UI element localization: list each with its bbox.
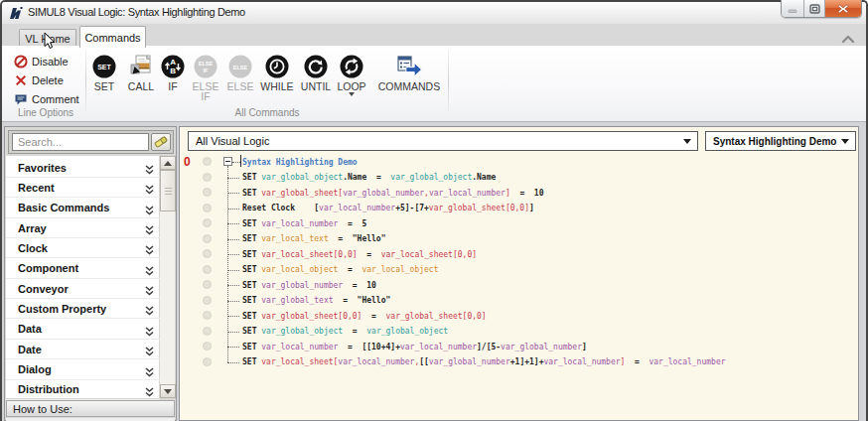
command-label: ELSE xyxy=(227,81,254,91)
gutter-dot[interactable] xyxy=(203,311,212,320)
code-token: SET xyxy=(242,327,261,336)
until-button[interactable]: UNTIL xyxy=(297,55,335,91)
restore-button[interactable] xyxy=(804,0,826,17)
close-button[interactable] xyxy=(825,0,861,17)
command-label: UNTIL xyxy=(301,81,331,91)
collapse-ribbon-button[interactable] xyxy=(840,32,856,45)
mouse-cursor xyxy=(44,32,56,51)
category-distribution[interactable]: Distribution xyxy=(6,380,160,400)
simul8-visual-logic-window: SIMUL8 Visual Logic: Syntax Highlighting… xyxy=(0,0,868,421)
disable-button[interactable]: Disable xyxy=(14,54,69,70)
comment-label: Comment xyxy=(32,93,79,105)
code-line-1[interactable]: SET var_global_object.Name = var_global_… xyxy=(242,171,496,184)
gutter-dot[interactable] xyxy=(203,157,212,166)
code-line-9[interactable]: SET var_global_text = "Hello" xyxy=(242,294,390,307)
tree-branch-line xyxy=(227,362,239,363)
gutter-dot[interactable] xyxy=(203,357,212,366)
code-line-0[interactable]: Syntax Highlighting Demo xyxy=(242,156,358,169)
category-label: Basic Commands xyxy=(18,202,109,213)
gutter-dot[interactable] xyxy=(203,204,212,212)
category-label: Data xyxy=(18,323,42,335)
delete-button[interactable]: Delete xyxy=(14,72,64,88)
code-line-10[interactable]: SET var_global_sheet[0,0] = var_global_s… xyxy=(242,310,487,323)
comment-button[interactable]: Comment xyxy=(14,91,79,107)
gutter-dot[interactable] xyxy=(203,342,212,351)
category-conveyor[interactable]: Conveyor xyxy=(6,279,160,299)
code-token: Reset Clock [ xyxy=(242,204,319,212)
code-token: SET xyxy=(242,189,261,198)
code-line-11[interactable]: SET var_global_object = var_global_objec… xyxy=(242,325,448,338)
code-line-13[interactable]: SET var_local_sheet[var_local_number,[[v… xyxy=(242,355,726,368)
code-line-8[interactable]: SET var_global_number = 10 xyxy=(242,279,376,292)
category-date[interactable]: Date xyxy=(6,340,160,359)
category-favorites[interactable]: Favorites xyxy=(6,158,160,178)
code-token: var_local_text xyxy=(261,234,328,243)
gutter-dot[interactable] xyxy=(203,327,212,336)
code-line-12[interactable]: SET var_local_number = [[10+4]+var_local… xyxy=(242,341,587,353)
tree-trunk-line xyxy=(227,166,228,362)
while-button[interactable]: WHILE xyxy=(258,55,296,91)
ribbon: DisableDeleteComment Line Options SETSET… xyxy=(2,46,866,122)
gutter-dot[interactable] xyxy=(203,188,212,197)
section-dropdown[interactable]: Syntax Highlighting Demo xyxy=(705,131,856,151)
disable-label: Disable xyxy=(32,56,69,68)
minimize-button[interactable] xyxy=(782,0,804,17)
code-token: SET xyxy=(242,357,261,366)
gutter-dot[interactable] xyxy=(203,218,212,227)
set-button[interactable]: SETSET xyxy=(85,55,123,91)
commands-button[interactable]: COMMANDS xyxy=(375,55,443,91)
category-component[interactable]: Component xyxy=(6,259,160,279)
expand-chevron-icon xyxy=(144,324,155,336)
code-token: var_global_number xyxy=(429,357,510,366)
titlebar[interactable]: SIMUL8 Visual Logic: Syntax Highlighting… xyxy=(2,2,866,24)
gutter-dot[interactable] xyxy=(203,280,212,289)
code-token: var_local_number xyxy=(649,357,725,366)
scroll-up-button[interactable] xyxy=(160,156,176,170)
command-label: SET xyxy=(94,81,114,91)
category-basic-commands[interactable]: Basic Commands xyxy=(6,199,160,218)
category-dialog[interactable]: Dialog xyxy=(6,360,160,380)
tree-branch-line xyxy=(227,270,239,271)
expand-chevron-icon xyxy=(144,222,155,234)
code-token: SET xyxy=(242,343,261,351)
category-label: Date xyxy=(18,344,42,355)
tab-commands[interactable]: Commands xyxy=(79,26,146,48)
category-recent[interactable]: Recent xyxy=(6,178,160,198)
text-caret xyxy=(240,155,241,167)
code-line-3[interactable]: Reset Clock [var_local_number+5]-[7+var_… xyxy=(242,202,534,214)
command-label: COMMANDS xyxy=(378,81,440,91)
arrow-down-icon xyxy=(164,389,172,394)
scope-dropdown[interactable]: All Visual Logic xyxy=(188,131,698,151)
category-label: Array xyxy=(18,222,47,234)
scroll-down-button[interactable] xyxy=(160,384,176,398)
gutter-dot[interactable] xyxy=(203,234,212,243)
code-line-2[interactable]: SET var_global_sheet[var_global_number,v… xyxy=(242,187,543,200)
search-input[interactable] xyxy=(12,133,149,151)
how-to-use-bar[interactable]: How to Use: xyxy=(6,400,175,417)
gutter-dot[interactable] xyxy=(203,249,212,258)
code-token: = 5 xyxy=(338,219,366,228)
code-line-4[interactable]: SET var_local_number = 5 xyxy=(242,217,366,230)
gutter-dot[interactable] xyxy=(203,296,212,305)
category-array[interactable]: Array xyxy=(6,218,160,238)
code-token: var_local_number xyxy=(319,204,395,212)
category-custom-property[interactable]: Custom Property xyxy=(6,299,160,319)
gutter-dot[interactable] xyxy=(203,173,212,182)
tree-branch-line xyxy=(227,316,239,317)
clear-search-button[interactable] xyxy=(151,133,171,151)
minimize-icon xyxy=(787,3,798,15)
gutter-dot[interactable] xyxy=(203,265,212,274)
loop-button[interactable]: LOOP xyxy=(333,55,370,96)
code-line-7[interactable]: SET var_local_object = var_local_object xyxy=(242,263,438,276)
tree-collapse-toggle[interactable] xyxy=(223,157,232,166)
svg-text:ELSE: ELSE xyxy=(233,65,248,70)
code-line-6[interactable]: SET var_local_sheet[0,0] = var_local_she… xyxy=(242,248,477,261)
category-data[interactable]: Data xyxy=(6,320,160,340)
code-line-5[interactable]: SET var_local_text = "Hello" xyxy=(242,232,386,245)
section-dropdown-value: Syntax Highlighting Demo xyxy=(713,136,836,147)
group-separator xyxy=(448,50,449,115)
code-area[interactable]: 0 Syntax Highlighting DemoSET var_global… xyxy=(180,154,860,420)
category-clock[interactable]: Clock xyxy=(6,238,160,258)
svg-text:B: B xyxy=(170,67,176,75)
scrollbar-thumb[interactable] xyxy=(160,170,176,211)
